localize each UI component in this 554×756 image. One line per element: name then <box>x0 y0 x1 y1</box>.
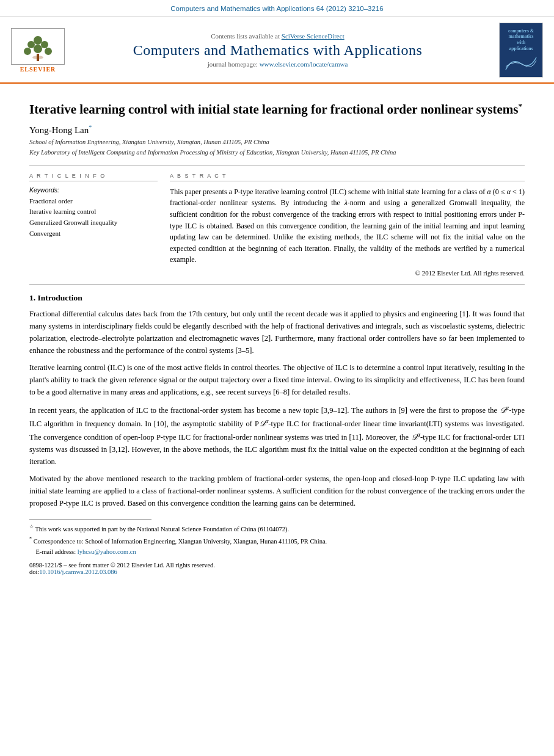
intro-para-3: In recent years, the application of ILC … <box>29 403 525 468</box>
divider-after-abstract <box>29 284 525 285</box>
author-footnote-marker: * <box>89 124 92 131</box>
article-info-abstract-section: A R T I C L E I N F O Keywords: Fraction… <box>29 173 525 277</box>
svg-point-2 <box>41 41 48 48</box>
footnote-1-text: This work was supported in part by the N… <box>35 526 289 532</box>
article-title: Iterative learning control with initial … <box>29 101 525 118</box>
journal-title: Computers and Mathematics with Applicati… <box>65 42 490 59</box>
abstract-text: This paper presents a P-type iterative l… <box>170 186 525 266</box>
sciverse-label: Contents lists available at <box>211 32 280 40</box>
footnote-2-marker: * <box>29 536 32 542</box>
elsevier-brand-text: ELSEVIER <box>20 66 56 73</box>
divider-after-affiliations <box>29 165 525 165</box>
affiliation-1: School of Information Engineering, Xiang… <box>29 138 525 147</box>
journal-ref-text: Computers and Mathematics with Applicati… <box>170 5 383 12</box>
copyright-line: © 2012 Elsevier Ltd. All rights reserved… <box>170 269 525 277</box>
doi-area: 0898-1221/$ – see front matter © 2012 El… <box>29 562 525 575</box>
footnote-1: ☆ This work was supported in part by the… <box>29 523 525 534</box>
article-info-column: A R T I C L E I N F O Keywords: Fraction… <box>29 173 158 277</box>
elsevier-tree-icon <box>23 35 53 62</box>
footnote-divider <box>29 519 151 520</box>
author-name: Yong-Hong Lan* <box>29 124 525 136</box>
journal-center: Contents lists available at SciVerse Sci… <box>65 32 490 68</box>
footnote-2: * Correspondence to: School of Informati… <box>29 536 525 546</box>
journal-header: ELSEVIER Contents lists available at Sci… <box>0 16 554 84</box>
svg-point-0 <box>34 36 42 45</box>
email-link[interactable]: lyhcsu@yahoo.com.cn <box>78 548 136 555</box>
email-label: E-mail address: <box>36 548 76 555</box>
keywords-list: Fractional order Iterative learning cont… <box>29 196 158 239</box>
author-name-text: Yong-Hong Lan <box>29 125 89 135</box>
issn-line: 0898-1221/$ – see front matter © 2012 El… <box>29 562 525 569</box>
svg-point-4 <box>34 45 42 53</box>
affiliation-2: Key Laboratory of Intelligent Computing … <box>29 148 525 158</box>
cover-curve-icon <box>503 54 539 73</box>
journal-reference-bar: Computers and Mathematics with Applicati… <box>0 0 554 16</box>
article-title-text: Iterative learning control with initial … <box>29 102 518 117</box>
sciverse-line: Contents lists available at SciVerse Sci… <box>65 32 490 40</box>
article-info-label: A R T I C L E I N F O <box>29 173 158 181</box>
keyword-item: Fractional order <box>29 196 158 207</box>
intro-para-2: Iterative learning control (ILC) is one … <box>29 362 525 398</box>
intro-section-heading: 1. Introduction <box>29 293 525 303</box>
keyword-item: Generalized Gronwall inequality <box>29 217 158 228</box>
footnote-area: ☆ This work was supported in part by the… <box>29 523 525 556</box>
svg-point-3 <box>24 48 31 55</box>
footnote-2-text: Correspondence to: School of Information… <box>34 537 327 544</box>
svg-point-5 <box>45 48 52 55</box>
abstract-label: A B S T R A C T <box>170 173 525 181</box>
doi-link[interactable]: 10.1016/j.camwa.2012.03.086 <box>39 569 117 575</box>
footnote-1-marker: ☆ <box>29 524 34 529</box>
abstract-column: A B S T R A C T This paper presents a P-… <box>170 173 525 277</box>
keyword-item: Convergent <box>29 228 158 239</box>
svg-point-1 <box>27 41 35 48</box>
keywords-label: Keywords: <box>29 186 158 194</box>
keyword-item: Iterative learning control <box>29 206 158 217</box>
footnote-email: E-mail address: lyhcsu@yahoo.com.cn <box>29 547 525 557</box>
doi-line: doi:10.1016/j.camwa.2012.03.086 <box>29 569 525 575</box>
sciverse-link[interactable]: SciVerse ScienceDirect <box>282 32 344 40</box>
intro-para-4: Motivated by the above mentioned researc… <box>29 473 525 509</box>
cover-title-text: computers &mathematicswithapplications <box>508 28 534 52</box>
doi-label: doi: <box>29 569 39 575</box>
svg-point-7 <box>32 56 43 59</box>
article-content: Iterative learning control with initial … <box>0 84 554 581</box>
intro-para-1: Fractional differential calculus dates b… <box>29 308 525 357</box>
elsevier-logo: ELSEVIER <box>11 28 65 73</box>
title-footnote-marker: * <box>518 101 522 111</box>
logo-box <box>11 28 65 65</box>
homepage-link[interactable]: www.elsevier.com/locate/camwa <box>260 60 348 68</box>
homepage-label: journal homepage: <box>208 60 258 68</box>
journal-cover-image: computers &mathematicswithapplications <box>499 23 543 78</box>
journal-homepage-line: journal homepage: www.elsevier.com/locat… <box>65 60 490 68</box>
